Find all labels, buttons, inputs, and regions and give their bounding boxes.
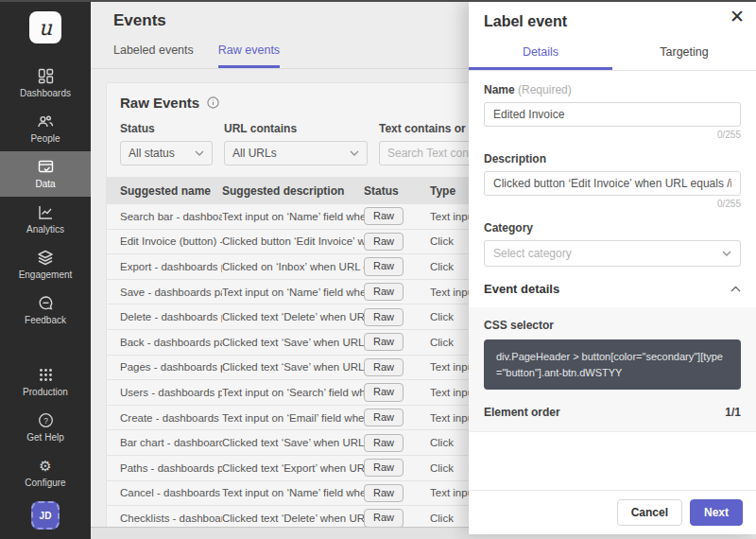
sidebar-item-label: People [30,133,60,144]
sidebar-item-configure[interactable]: ⚙ Configure [0,450,91,496]
cell-suggested-description: Text input on ‘Name’ field when... [222,487,364,498]
cell-status: Raw [364,207,430,225]
name-input[interactable] [484,102,741,127]
status-badge[interactable]: Raw [364,383,404,401]
cell-suggested-name: Edit Invoice (button) - invoice page [120,235,222,247]
cell-suggested-description: Clicked text ‘Save’ when URL eq... [222,361,364,373]
sidebar-item-production[interactable]: Production [0,359,91,405]
col-status: Status [364,184,430,198]
dashboards-icon [38,67,54,84]
filter-status: Status All status [120,122,213,165]
cell-suggested-name: Save - dashboards page [120,287,222,298]
name-label: Name (Required) [484,83,741,96]
category-label: Category [484,221,741,235]
tab-details[interactable]: Details [469,38,612,70]
status-badge[interactable]: Raw [364,333,404,351]
element-order-value: 1/1 [725,406,741,419]
cell-status: Raw [364,409,430,426]
cell-suggested-description: Text input on ‘Search’ field whe... [222,387,364,398]
status-badge[interactable]: Raw [364,308,404,326]
analytics-icon [38,203,54,220]
category-field-group: Category Select category [469,221,756,267]
sidebar-item-label: Analytics [26,224,64,235]
status-badge[interactable]: Raw [364,484,404,502]
info-icon[interactable] [207,96,219,109]
status-badge[interactable]: Raw [364,207,404,225]
close-icon[interactable]: ✕ [730,8,745,26]
tab-targeting[interactable]: Targeting [612,38,756,70]
sidebar-item-engagement[interactable]: Engagement [0,242,91,287]
sidebar-item-get-help[interactable]: ? Get Help [0,405,91,450]
cell-status: Raw [364,233,430,251]
category-select[interactable]: Select category [484,240,741,267]
people-icon [37,113,54,130]
userpilot-logo[interactable]: u [29,11,61,43]
panel-body: Name (Required) 0/255 Description 0/255 … [469,71,756,490]
cell-status: Raw [364,283,430,301]
col-suggested-description: Suggested description [222,184,364,198]
event-details-heading: Event details [484,282,559,296]
sidebar-item-label: Dashboards [20,88,71,98]
cell-suggested-description: Clicked text ‘Delete’ when URL e... [222,311,364,322]
cell-suggested-description: Clicked text ‘Save’ when URL eq... [222,437,364,448]
sidebar-item-dashboards[interactable]: Dashboards [0,61,91,106]
sidebar-item-data[interactable]: Data [0,151,91,197]
cell-status: Raw [364,333,430,351]
svg-text:?: ? [43,415,48,425]
url-select[interactable]: All URLs [224,141,368,165]
cell-suggested-description: Clicked text ‘Delete’ when URL e... [222,513,364,524]
status-badge[interactable]: Raw [364,409,404,426]
sidebar-item-label: Data [35,179,55,189]
cell-status: Raw [364,434,430,452]
description-char-counter: 0/255 [484,199,741,209]
sidebar-item-people[interactable]: People [0,106,91,151]
cell-status: Raw [364,484,430,502]
cell-status: Raw [364,459,430,477]
status-badge[interactable]: Raw [364,257,404,275]
cell-suggested-name: Back - dashboards page [120,337,222,348]
status-badge[interactable]: Raw [364,233,404,251]
status-select[interactable]: All status [120,141,213,165]
cell-suggested-description: Text input on ‘Email’ field when... [222,412,364,424]
sidebar-item-label: Configure [25,478,65,488]
cell-suggested-description: Clicked text ‘Export’ when URL e... [222,462,364,474]
sidebar-item-feedback[interactable]: Feedback [0,287,91,333]
status-badge[interactable]: Raw [364,509,404,527]
user-avatar[interactable]: JD [31,501,60,530]
raw-events-title: Raw Events [120,95,199,111]
cell-status: Raw [364,358,430,376]
chevron-down-icon [350,150,359,156]
css-selector-label: CSS selector [484,319,741,332]
cell-suggested-name: Bar chart - dashboards page [120,437,222,448]
help-question-icon: ? [38,411,54,428]
panel-footer: Cancel Next [469,490,756,534]
chevron-down-icon [722,251,731,256]
sidebar-nav: Dashboards People Data [0,61,91,333]
sidebar-item-label: Production [23,387,68,397]
element-order-label: Element order [484,406,560,419]
sidebar-item-label: Get Help [26,432,63,443]
cell-suggested-description: Clicked button ‘Edit Invoice’ whe... [222,235,364,247]
cancel-button[interactable]: Cancel [617,499,682,526]
next-button[interactable]: Next [690,499,743,526]
tab-labeled-events[interactable]: Labeled events [113,43,194,68]
sidebar-item-analytics[interactable]: Analytics [0,197,91,242]
panel-tabs: Details Targeting [469,38,756,71]
cell-suggested-name: Users - dashboards page [120,387,222,398]
sidebar-item-label: Engagement [19,270,73,280]
cell-status: Raw [364,383,430,401]
panel-title: Label event [469,0,756,38]
tab-raw-events[interactable]: Raw events [218,43,280,68]
cell-suggested-name: Search bar - dashboards page [120,211,222,222]
url-select-value: All URLs [232,147,277,160]
engagement-layers-icon [37,249,54,266]
event-details-header[interactable]: Event details [469,267,756,307]
name-required-hint: (Required) [518,83,572,96]
status-badge[interactable]: Raw [364,434,404,452]
status-badge[interactable]: Raw [364,283,404,301]
status-badge[interactable]: Raw [364,459,404,477]
production-grid-icon [39,366,53,383]
cell-suggested-name: Paths - dashboards page [120,462,222,474]
status-badge[interactable]: Raw [364,358,404,376]
description-input[interactable] [484,171,741,196]
